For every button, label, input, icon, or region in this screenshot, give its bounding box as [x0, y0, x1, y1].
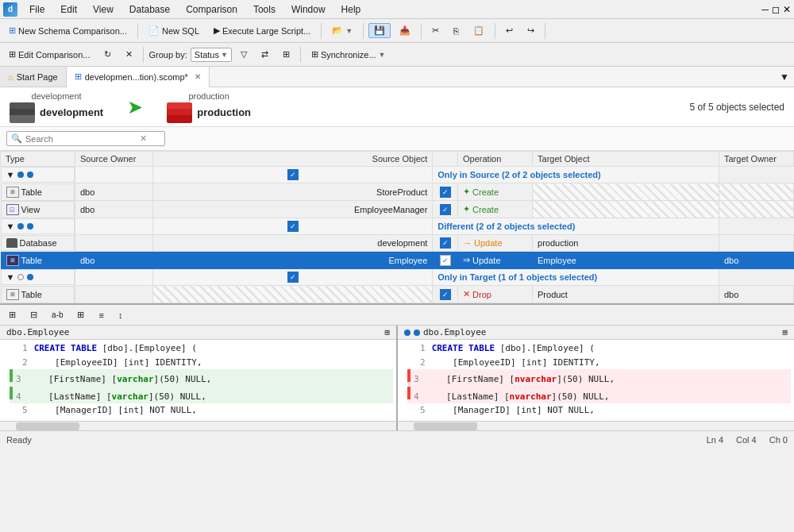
group-by-dropdown[interactable]: Status ▼: [191, 48, 232, 62]
status-ln: Ln 4: [707, 435, 723, 445]
cut-btn[interactable]: ✂: [426, 23, 445, 38]
row1-type: ⊞ Table: [1, 183, 75, 201]
new-schema-comparison-btn[interactable]: ⊞ New Schema Comparison...: [3, 23, 133, 38]
group1-header-cell: ▼: [1, 167, 75, 183]
refresh-icon: ↻: [104, 49, 111, 60]
stop-btn[interactable]: ✕: [120, 47, 138, 62]
view-btn[interactable]: ⊞: [277, 47, 295, 62]
diff-format-btn[interactable]: ≡: [93, 308, 109, 322]
table-row[interactable]: ⊞ Table ✓ ✕ Drop Product dbo: [1, 286, 794, 303]
right-pane-expand-icon[interactable]: ⊞: [782, 327, 788, 337]
code-text: [EmployeeID] [int] IDENTITY,: [34, 356, 202, 370]
group-header-1: ▼ ✓ Only in Source (2 of 2 objects selec…: [1, 167, 794, 183]
diff-ab-btn[interactable]: a-b: [46, 308, 68, 322]
table-row[interactable]: ◱ View dbo EmployeeManager ✓ ✦ Create: [1, 201, 794, 218]
comparison-table: Type Source Owner Source Object Operatio…: [0, 151, 794, 303]
comparison-tab[interactable]: ⊞ developmen...tion).scomp* ✕: [67, 67, 210, 87]
row1-op: ✦ Create: [458, 183, 533, 201]
search-input[interactable]: [25, 134, 137, 144]
tab-dropdown-btn[interactable]: ▼: [775, 67, 794, 87]
menu-view[interactable]: View: [89, 2, 118, 17]
comparison-table-container: Type Source Owner Source Object Operatio…: [0, 151, 794, 303]
left-scrollbar[interactable]: [0, 422, 398, 430]
group2-checkbox[interactable]: ✓: [287, 221, 299, 232]
group3-collapse-arrow[interactable]: ▼: [6, 272, 15, 282]
menu-window[interactable]: Window: [287, 2, 330, 17]
window-minimize[interactable]: ─: [761, 4, 769, 15]
diff-prev-btn[interactable]: ⊞: [3, 307, 21, 322]
menu-help[interactable]: Help: [337, 2, 365, 17]
target-name-label: production: [197, 106, 251, 118]
direction-arrow: ➤: [127, 96, 143, 118]
copy-btn[interactable]: ⎘: [448, 24, 464, 38]
row4-checkbox[interactable]: ✓: [440, 255, 451, 266]
row1-checkbox[interactable]: ✓: [440, 187, 451, 198]
row5-checkbox[interactable]: ✓: [440, 289, 451, 300]
code-line: 5 [ManagerID] [int] NOT NULL,: [10, 403, 393, 418]
window-restore[interactable]: ◻: [772, 4, 780, 15]
line-num: 3: [414, 372, 419, 387]
edit-comparison-label: Edit Comparison...: [18, 50, 90, 60]
group2-dot2: [27, 223, 33, 229]
left-pane-expand-icon[interactable]: ⊞: [384, 327, 390, 337]
edit-comparison-btn[interactable]: ⊞ Edit Comparison...: [3, 47, 95, 62]
diff-format-icon: ≡: [98, 310, 103, 320]
diff-next-btn[interactable]: ⊟: [25, 307, 43, 322]
execute-large-script-btn[interactable]: ▶ Execute Large Script...: [208, 23, 316, 38]
new-sql-btn[interactable]: 📄 New SQL: [143, 23, 205, 38]
filter-btn[interactable]: ▽: [235, 47, 252, 62]
start-page-tab[interactable]: ⌂ Start Page: [0, 67, 67, 87]
diff-options-btn[interactable]: ↕: [113, 308, 129, 322]
tab-bar: ⌂ Start Page ⊞ developmen...tion).scomp*…: [0, 67, 794, 87]
table-row-selected[interactable]: ⊞ Table dbo Employee ✓ ⇒ Update Employee…: [1, 252, 794, 269]
menu-tools[interactable]: Tools: [249, 2, 279, 17]
table-row[interactable]: ⊞ Table dbo StoreProduct ✓ ✦ Create: [1, 183, 794, 201]
group1-checkbox[interactable]: ✓: [287, 169, 299, 180]
row3-type: Database: [1, 235, 75, 251]
save-btn[interactable]: 💾: [368, 23, 391, 38]
row5-target-owner: dbo: [719, 286, 793, 303]
window-close[interactable]: ✕: [783, 4, 791, 15]
diff-view-btn[interactable]: ⊞: [71, 307, 90, 322]
row4-type: ⊞ Table: [1, 252, 75, 269]
table-type-icon: ⊞: [6, 187, 19, 198]
right-scrollbar[interactable]: [398, 422, 794, 430]
search-clear-btn[interactable]: ✕: [140, 133, 147, 144]
right-pane-header: dbo.Employee ⊞: [398, 326, 794, 340]
redo-btn[interactable]: ↪: [522, 23, 540, 38]
diff-prev-icon: ⊞: [9, 310, 16, 320]
row3-check: ✓: [433, 235, 458, 252]
row2-checkbox[interactable]: ✓: [440, 204, 451, 215]
execute-label: Execute Large Script...: [222, 26, 310, 36]
synchronize-btn[interactable]: ⊞ Synchronize... ▼: [306, 47, 391, 62]
menu-file[interactable]: File: [25, 2, 48, 17]
new-schema-icon: ⊞: [9, 25, 16, 36]
group3-checkbox[interactable]: ✓: [287, 272, 299, 283]
undo-btn[interactable]: ↩: [500, 23, 518, 38]
group3-src-col: [75, 269, 152, 286]
source-db-icon: [10, 102, 35, 123]
menu-comparison[interactable]: Comparison: [182, 2, 241, 17]
group2-collapse-arrow[interactable]: ▼: [6, 222, 15, 231]
save-as-btn[interactable]: 📥: [394, 23, 416, 38]
menu-edit[interactable]: Edit: [56, 2, 81, 17]
menu-database[interactable]: Database: [125, 2, 174, 17]
open-btn[interactable]: 📂 ▼: [326, 23, 358, 38]
row3-checkbox[interactable]: ✓: [440, 237, 451, 249]
line-num: 3: [16, 372, 21, 387]
refresh-btn[interactable]: ↻: [98, 47, 117, 62]
row5-type: ⊞ Table: [1, 286, 75, 303]
paste-btn[interactable]: 📋: [468, 23, 490, 38]
left-pane-title: dbo.Employee: [6, 327, 69, 337]
group3-check-col: ✓: [152, 269, 432, 286]
row4-check: ✓: [433, 252, 458, 269]
line-num: 4: [414, 390, 419, 404]
swap-btn[interactable]: ⇄: [256, 47, 274, 62]
group1-collapse-arrow[interactable]: ▼: [6, 170, 15, 179]
code-text: [ManagerID] [int] NOT NULL,: [432, 403, 595, 418]
source-env-label: development: [32, 91, 82, 101]
tab-close-btn[interactable]: ✕: [195, 72, 201, 81]
table-row[interactable]: Database development ✓ → Update producti…: [1, 235, 794, 252]
target-db-info: production production: [167, 91, 251, 123]
code-line: 6 CONSTRAINT [Constraint_PKEM] PRIMARY K…: [407, 418, 791, 421]
